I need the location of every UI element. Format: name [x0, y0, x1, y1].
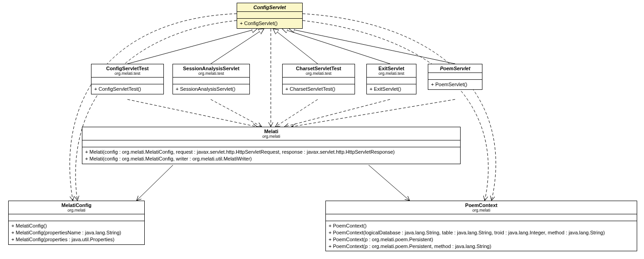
operation: + PoemContext(p : org.melati.poem.Persis…	[329, 243, 634, 250]
class-name: Melati	[85, 129, 457, 134]
class-name: PoemServlet	[431, 66, 479, 71]
operation: + CharsetServletTest()	[285, 86, 352, 93]
operation: + ConfigServlet()	[240, 20, 299, 27]
operations-compartment: + ConfigServletTest()	[91, 84, 163, 94]
class-poem-servlet: PoemServlet + PoemServlet()	[428, 64, 482, 90]
operation: + MelatiConfig(properties : java.util.Pr…	[11, 236, 142, 243]
operations-compartment: + Melati(config : org.melati.MelatiConfi…	[82, 147, 460, 164]
attributes-compartment	[82, 140, 460, 147]
operation: + PoemContext(logicalDatabase : java.lan…	[329, 229, 634, 236]
class-config-servlet: ConfigServlet + ConfigServlet()	[237, 3, 303, 29]
class-session-analysis-servlet: SessionAnalysisServlet org.melati.test +…	[172, 64, 250, 94]
class-header: CharsetServletTest org.melati.test	[283, 64, 355, 78]
class-package: org.melati	[329, 208, 634, 212]
class-melati-config: MelatiConfig org.melati + MelatiConfig()…	[8, 201, 145, 245]
class-header: PoemContext org.melati	[326, 201, 637, 214]
class-package: org.melati.test	[176, 71, 247, 76]
class-header: ExitServlet org.melati.test	[367, 64, 416, 78]
class-header: PoemServlet	[428, 64, 482, 73]
operations-compartment: + ExitServlet()	[367, 84, 416, 94]
operations-compartment: + PoemContext() + PoemContext(logicalDat…	[326, 221, 637, 251]
uml-diagram: ConfigServlet + ConfigServlet() ConfigSe…	[0, 0, 644, 259]
operation: + Melati(config : org.melati.MelatiConfi…	[85, 155, 457, 162]
class-package: org.melati.test	[94, 71, 161, 76]
class-name: MelatiConfig	[11, 202, 142, 208]
class-header: MelatiConfig org.melati	[9, 201, 144, 214]
class-package: org.melati.test	[285, 71, 352, 76]
operations-compartment: + SessionAnalysisServlet()	[173, 84, 249, 94]
class-name: ConfigServlet	[240, 5, 299, 10]
attributes-compartment	[428, 73, 482, 80]
class-package: org.melati	[85, 134, 457, 139]
attributes-compartment	[91, 78, 163, 84]
class-exit-servlet: ExitServlet org.melati.test + ExitServle…	[366, 64, 416, 94]
attributes-compartment	[237, 12, 302, 19]
attributes-compartment	[9, 214, 144, 221]
class-name: ExitServlet	[370, 66, 413, 71]
operation: + SessionAnalysisServlet()	[176, 86, 247, 93]
attributes-compartment	[173, 78, 249, 84]
operation: + Melati(config : org.melati.MelatiConfi…	[85, 149, 457, 155]
attributes-compartment	[367, 78, 416, 84]
class-melati: Melati org.melati + Melati(config : org.…	[82, 127, 461, 164]
operations-compartment: + ConfigServlet()	[237, 19, 302, 28]
operation: + MelatiConfig(propertiesName : java.lan…	[11, 229, 142, 236]
class-header: SessionAnalysisServlet org.melati.test	[173, 64, 249, 78]
attributes-compartment	[283, 78, 355, 84]
class-package: org.melati.test	[370, 71, 413, 76]
class-name: PoemContext	[329, 202, 634, 208]
operation: + PoemServlet()	[431, 81, 479, 88]
class-name: SessionAnalysisServlet	[176, 66, 247, 71]
class-name: ConfigServletTest	[94, 66, 161, 71]
operation: + ExitServlet()	[370, 86, 413, 93]
operations-compartment: + MelatiConfig() + MelatiConfig(properti…	[9, 221, 144, 244]
operations-compartment: + PoemServlet()	[428, 80, 482, 89]
class-header: Melati org.melati	[82, 127, 460, 140]
class-package: org.melati	[11, 208, 142, 212]
operation: + ConfigServletTest()	[94, 86, 161, 93]
operation: + MelatiConfig()	[11, 223, 142, 229]
class-config-servlet-test: ConfigServletTest org.melati.test + Conf…	[91, 64, 164, 94]
class-poem-context: PoemContext org.melati + PoemContext() +…	[325, 201, 637, 251]
class-header: ConfigServlet	[237, 3, 302, 12]
attributes-compartment	[326, 214, 637, 221]
class-name: CharsetServletTest	[285, 66, 352, 71]
operation: + PoemContext()	[329, 223, 634, 229]
class-header: ConfigServletTest org.melati.test	[91, 64, 163, 78]
class-charset-servlet-test: CharsetServletTest org.melati.test + Cha…	[282, 64, 355, 94]
operations-compartment: + CharsetServletTest()	[283, 84, 355, 94]
operation: + PoemContext(p : org.melati.poem.Persis…	[329, 236, 634, 243]
